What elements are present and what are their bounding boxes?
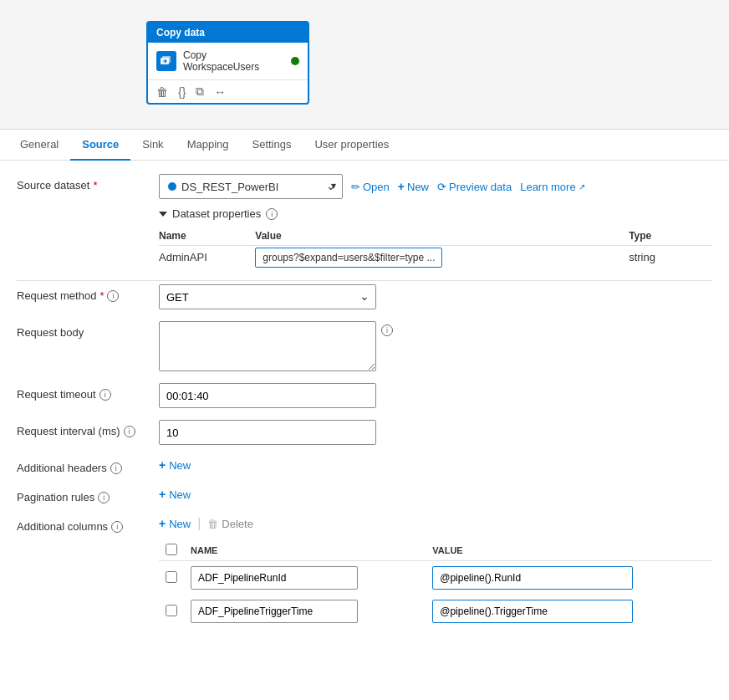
new-dataset-link[interactable]: + New <box>398 180 429 193</box>
prop-name: AdminAPI <box>159 246 255 269</box>
preview-data-link[interactable]: ⟳ Preview data <box>437 181 512 193</box>
tab-source[interactable]: Source <box>70 130 130 161</box>
table-row <box>159 595 712 628</box>
name-column-header: NAME <box>184 540 426 561</box>
col-value-header: Value <box>255 227 595 246</box>
col-value-input-2[interactable] <box>432 600 633 623</box>
dataset-row: DS_REST_PowerBI ▾ ✏ Open + New ⟳ Preview… <box>159 174 712 199</box>
col-type-header: Type <box>595 227 712 246</box>
info-icon-6: i <box>110 462 122 474</box>
dataset-dot <box>168 182 176 191</box>
request-method-label: Request method * i <box>17 284 159 302</box>
activity-icon <box>156 51 176 71</box>
edit-icon: ✏ <box>351 181 360 193</box>
tab-general[interactable]: General <box>8 130 70 161</box>
plus-new-icon: + <box>398 180 405 193</box>
col-name-input-2[interactable] <box>191 600 358 623</box>
request-timeout-control <box>159 383 712 408</box>
request-interval-input[interactable] <box>159 420 376 445</box>
learn-more-link[interactable]: Learn more ↗ <box>520 181 584 193</box>
source-dataset-label: Source dataset * <box>17 174 159 192</box>
info-icon-5: i <box>124 426 135 437</box>
delete-icon[interactable]: 🗑 <box>156 85 168 99</box>
info-icon-8: i <box>111 521 123 533</box>
source-dataset-row: Source dataset * DS_REST_PowerBI ▾ ✏ Ope… <box>17 174 712 268</box>
additional-headers-row: Additional headers i + New <box>17 457 712 474</box>
request-body-control: i <box>159 321 712 371</box>
pagination-rules-new-button[interactable]: + New <box>159 486 191 503</box>
open-link[interactable]: ✏ Open <box>351 181 390 193</box>
tab-mapping[interactable]: Mapping <box>176 130 241 161</box>
additional-columns-delete-button[interactable]: 🗑 Delete <box>207 518 253 530</box>
tab-user-properties[interactable]: User properties <box>303 130 400 161</box>
method-select[interactable]: GET POST PUT DELETE <box>159 284 376 309</box>
prop-value-display[interactable]: groups?$expand=users&$filter=type ... <box>255 248 442 268</box>
pipeline-canvas: Copy data Copy WorkspaceUsers 🗑 {} ⧉ ↔ <box>0 0 729 130</box>
card-header: Copy data <box>148 23 308 43</box>
dataset-props-header[interactable]: Dataset properties i <box>159 207 712 220</box>
col-value-cell-1 <box>426 561 712 595</box>
trash-icon: 🗑 <box>207 518 218 530</box>
activity-card[interactable]: Copy data Copy WorkspaceUsers 🗑 {} ⧉ ↔ <box>146 21 309 105</box>
prop-value: groups?$expand=users&$filter=type ... <box>255 246 595 269</box>
props-table: Name Value Type AdminAPI groups?$expand=… <box>159 227 712 268</box>
method-select-container: GET POST PUT DELETE <box>159 284 376 309</box>
info-icon-4: i <box>99 389 111 401</box>
col-name-input-1[interactable] <box>191 566 358 590</box>
dataset-dropdown[interactable]: DS_REST_PowerBI <box>159 174 343 199</box>
pagination-rules-label: Pagination rules i <box>17 486 159 503</box>
row-checkbox-cell <box>159 561 184 595</box>
request-interval-control <box>159 420 712 445</box>
tab-sink[interactable]: Sink <box>130 130 175 161</box>
request-method-control: GET POST PUT DELETE <box>159 284 712 309</box>
request-timeout-input[interactable] <box>159 383 376 408</box>
request-body-textarea[interactable] <box>159 321 376 371</box>
info-icon-3: i <box>381 324 393 336</box>
col-name-cell-2 <box>184 595 426 628</box>
table-row <box>159 561 712 595</box>
card-footer[interactable]: 🗑 {} ⧉ ↔ <box>148 79 308 103</box>
tab-settings[interactable]: Settings <box>241 130 303 161</box>
additional-headers-new-button[interactable]: + New <box>159 457 191 473</box>
columns-header-row: NAME VALUE <box>159 540 712 561</box>
additional-columns-new-button[interactable]: + New <box>159 515 191 532</box>
activity-name: Copy WorkspaceUsers <box>183 49 284 73</box>
plus-icon-1: + <box>159 458 166 472</box>
row-checkbox-2[interactable] <box>166 605 177 616</box>
dataset-selected-value: DS_REST_PowerBI <box>181 181 278 193</box>
collapse-icon <box>159 212 167 217</box>
prop-type: string <box>595 246 712 269</box>
arrow-icon[interactable]: ↔ <box>214 85 226 99</box>
card-body: Copy WorkspaceUsers <box>148 43 308 79</box>
row-checkbox-1[interactable] <box>166 571 177 583</box>
tabs-bar: General Source Sink Mapping Settings Use… <box>0 130 729 161</box>
col-name-header: Name <box>159 227 255 246</box>
required-star: * <box>93 179 97 192</box>
row-checkbox-cell-2 <box>159 595 184 628</box>
external-link-icon: ↗ <box>579 182 585 192</box>
value-column-header: VALUE <box>426 540 712 561</box>
add-cols-controls: + New | 🗑 Delete <box>159 515 712 532</box>
col-value-input-1[interactable] <box>432 566 633 590</box>
code-icon[interactable]: {} <box>178 85 186 99</box>
pagination-rules-control: + New <box>159 486 712 503</box>
info-icon-2: i <box>107 290 119 302</box>
copy-icon[interactable]: ⧉ <box>196 84 204 99</box>
request-timeout-row: Request timeout i <box>17 383 712 408</box>
additional-headers-control: + New <box>159 457 712 473</box>
info-icon: i <box>266 208 278 220</box>
additional-columns-control: + New | 🗑 Delete NAME VALUE <box>159 515 712 628</box>
request-interval-row: Request interval (ms) i <box>17 420 712 445</box>
dataset-select-container: DS_REST_PowerBI ▾ <box>159 174 343 199</box>
request-timeout-label: Request timeout i <box>17 383 159 401</box>
required-star-2: * <box>99 289 104 302</box>
columns-table: NAME VALUE <box>159 540 712 628</box>
additional-columns-row: Additional columns i + New | 🗑 Delete <box>17 515 712 628</box>
status-dot <box>291 57 299 65</box>
plus-icon-3: + <box>159 517 166 530</box>
textarea-row: i <box>159 321 712 371</box>
select-all-checkbox[interactable] <box>166 544 177 555</box>
request-method-row: Request method * i GET POST PUT DELETE <box>17 284 712 309</box>
preview-icon: ⟳ <box>437 181 446 193</box>
plus-icon-2: + <box>159 488 166 501</box>
